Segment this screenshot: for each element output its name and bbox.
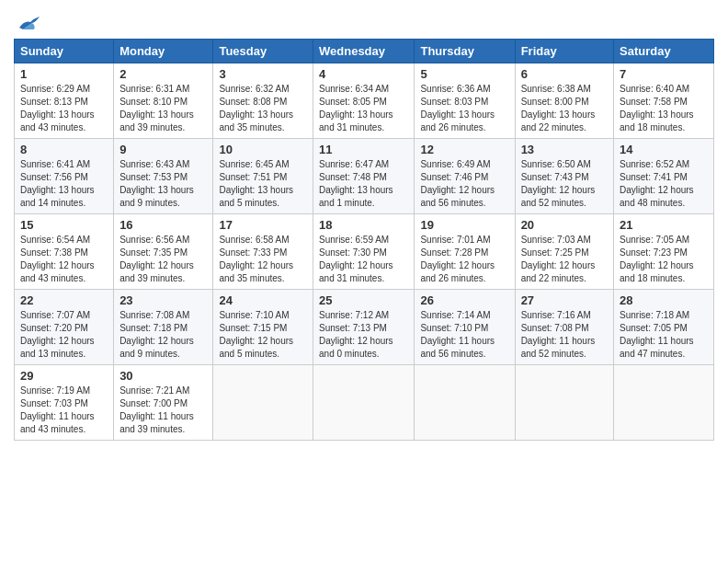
calendar-header-row: SundayMondayTuesdayWednesdayThursdayFrid… — [15, 40, 714, 63]
weekday-header-wednesday: Wednesday — [313, 40, 415, 63]
calendar-cell: 19Sunrise: 7:01 AM Sunset: 7:28 PM Dayli… — [415, 214, 515, 290]
calendar-cell: 18Sunrise: 6:59 AM Sunset: 7:30 PM Dayli… — [313, 214, 415, 290]
calendar-cell — [415, 365, 515, 441]
weekday-header-sunday: Sunday — [15, 40, 114, 63]
day-number: 13 — [521, 143, 608, 156]
day-info: Sunrise: 6:40 AM Sunset: 7:58 PM Dayligh… — [620, 83, 708, 134]
day-number: 10 — [219, 143, 307, 156]
day-info: Sunrise: 7:03 AM Sunset: 7:25 PM Dayligh… — [521, 234, 608, 285]
day-info: Sunrise: 7:19 AM Sunset: 7:03 PM Dayligh… — [20, 385, 108, 436]
day-number: 25 — [319, 293, 408, 307]
calendar-cell: 29Sunrise: 7:19 AM Sunset: 7:03 PM Dayli… — [15, 365, 114, 441]
day-number: 29 — [20, 369, 108, 383]
calendar-cell: 22Sunrise: 7:07 AM Sunset: 7:20 PM Dayli… — [15, 290, 114, 365]
day-number: 1 — [20, 67, 108, 81]
day-number: 2 — [119, 67, 207, 81]
calendar-cell: 17Sunrise: 6:58 AM Sunset: 7:33 PM Dayli… — [213, 214, 313, 290]
calendar-cell: 8Sunrise: 6:41 AM Sunset: 7:56 PM Daylig… — [15, 139, 114, 214]
day-info: Sunrise: 6:54 AM Sunset: 7:38 PM Dayligh… — [20, 234, 108, 285]
day-number: 21 — [620, 218, 708, 232]
calendar-cell: 7Sunrise: 6:40 AM Sunset: 7:58 PM Daylig… — [614, 63, 714, 139]
day-number: 30 — [119, 369, 207, 383]
day-number: 11 — [319, 143, 408, 156]
header — [14, 9, 714, 31]
day-number: 9 — [119, 143, 207, 156]
calendar-cell: 16Sunrise: 6:56 AM Sunset: 7:35 PM Dayli… — [114, 214, 213, 290]
calendar-cell: 2Sunrise: 6:31 AM Sunset: 8:10 PM Daylig… — [114, 63, 213, 139]
day-info: Sunrise: 6:59 AM Sunset: 7:30 PM Dayligh… — [319, 234, 408, 285]
calendar-cell — [313, 365, 415, 441]
calendar-cell: 15Sunrise: 6:54 AM Sunset: 7:38 PM Dayli… — [15, 214, 114, 290]
day-number: 14 — [620, 143, 708, 156]
day-number: 3 — [219, 67, 307, 81]
day-info: Sunrise: 6:41 AM Sunset: 7:56 PM Dayligh… — [20, 158, 108, 210]
day-number: 5 — [420, 67, 508, 81]
calendar-cell: 9Sunrise: 6:43 AM Sunset: 7:53 PM Daylig… — [114, 139, 213, 214]
calendar-cell: 10Sunrise: 6:45 AM Sunset: 7:51 PM Dayli… — [213, 139, 313, 214]
day-number: 28 — [620, 293, 708, 307]
weekday-header-friday: Friday — [515, 40, 613, 63]
day-info: Sunrise: 6:31 AM Sunset: 8:10 PM Dayligh… — [119, 83, 207, 134]
calendar-cell: 4Sunrise: 6:34 AM Sunset: 8:05 PM Daylig… — [313, 63, 415, 139]
calendar-table: SundayMondayTuesdayWednesdayThursdayFrid… — [14, 39, 714, 441]
day-info: Sunrise: 6:43 AM Sunset: 7:53 PM Dayligh… — [119, 158, 207, 210]
calendar-week-4: 22Sunrise: 7:07 AM Sunset: 7:20 PM Dayli… — [15, 290, 714, 365]
day-info: Sunrise: 7:10 AM Sunset: 7:15 PM Dayligh… — [219, 309, 307, 361]
weekday-header-monday: Monday — [114, 40, 213, 63]
day-number: 12 — [420, 143, 508, 156]
day-info: Sunrise: 7:01 AM Sunset: 7:28 PM Dayligh… — [420, 234, 508, 285]
day-number: 20 — [521, 218, 608, 232]
day-number: 26 — [420, 293, 508, 307]
day-info: Sunrise: 7:16 AM Sunset: 7:08 PM Dayligh… — [521, 309, 608, 361]
calendar-cell: 20Sunrise: 7:03 AM Sunset: 7:25 PM Dayli… — [515, 214, 613, 290]
day-info: Sunrise: 7:12 AM Sunset: 7:13 PM Dayligh… — [319, 309, 408, 361]
day-info: Sunrise: 6:34 AM Sunset: 8:05 PM Dayligh… — [319, 83, 408, 134]
day-number: 24 — [219, 293, 307, 307]
calendar-cell: 3Sunrise: 6:32 AM Sunset: 8:08 PM Daylig… — [213, 63, 313, 139]
day-number: 4 — [319, 67, 408, 81]
day-info: Sunrise: 7:21 AM Sunset: 7:00 PM Dayligh… — [119, 385, 207, 436]
calendar-cell: 30Sunrise: 7:21 AM Sunset: 7:00 PM Dayli… — [114, 365, 213, 441]
day-info: Sunrise: 7:07 AM Sunset: 7:20 PM Dayligh… — [20, 309, 108, 361]
day-info: Sunrise: 6:50 AM Sunset: 7:43 PM Dayligh… — [521, 158, 608, 210]
calendar-cell — [614, 365, 714, 441]
calendar-week-5: 29Sunrise: 7:19 AM Sunset: 7:03 PM Dayli… — [15, 365, 714, 441]
day-info: Sunrise: 6:52 AM Sunset: 7:41 PM Dayligh… — [620, 158, 708, 210]
day-number: 22 — [20, 293, 108, 307]
day-number: 16 — [119, 218, 207, 232]
day-number: 17 — [219, 218, 307, 232]
day-info: Sunrise: 6:36 AM Sunset: 8:03 PM Dayligh… — [420, 83, 508, 134]
calendar-cell: 13Sunrise: 6:50 AM Sunset: 7:43 PM Dayli… — [515, 139, 613, 214]
calendar-week-3: 15Sunrise: 6:54 AM Sunset: 7:38 PM Dayli… — [15, 214, 714, 290]
day-info: Sunrise: 6:29 AM Sunset: 8:13 PM Dayligh… — [20, 83, 108, 134]
calendar-cell: 27Sunrise: 7:16 AM Sunset: 7:08 PM Dayli… — [515, 290, 613, 365]
day-number: 27 — [521, 293, 608, 307]
calendar-cell: 21Sunrise: 7:05 AM Sunset: 7:23 PM Dayli… — [614, 214, 714, 290]
calendar-cell: 24Sunrise: 7:10 AM Sunset: 7:15 PM Dayli… — [213, 290, 313, 365]
weekday-header-saturday: Saturday — [614, 40, 714, 63]
calendar-cell — [515, 365, 613, 441]
day-number: 19 — [420, 218, 508, 232]
day-info: Sunrise: 6:38 AM Sunset: 8:00 PM Dayligh… — [521, 83, 608, 134]
calendar-cell — [213, 365, 313, 441]
day-number: 15 — [20, 218, 108, 232]
day-info: Sunrise: 7:05 AM Sunset: 7:23 PM Dayligh… — [620, 234, 708, 285]
day-info: Sunrise: 7:14 AM Sunset: 7:10 PM Dayligh… — [420, 309, 508, 361]
day-info: Sunrise: 6:49 AM Sunset: 7:46 PM Dayligh… — [420, 158, 508, 210]
day-info: Sunrise: 6:58 AM Sunset: 7:33 PM Dayligh… — [219, 234, 307, 285]
calendar-cell: 23Sunrise: 7:08 AM Sunset: 7:18 PM Dayli… — [114, 290, 213, 365]
day-info: Sunrise: 6:45 AM Sunset: 7:51 PM Dayligh… — [219, 158, 307, 210]
weekday-header-tuesday: Tuesday — [213, 40, 313, 63]
main-container: SundayMondayTuesdayWednesdayThursdayFrid… — [0, 0, 728, 450]
calendar-cell: 5Sunrise: 6:36 AM Sunset: 8:03 PM Daylig… — [415, 63, 515, 139]
calendar-cell: 25Sunrise: 7:12 AM Sunset: 7:13 PM Dayli… — [313, 290, 415, 365]
day-info: Sunrise: 7:08 AM Sunset: 7:18 PM Dayligh… — [119, 309, 207, 361]
day-info: Sunrise: 6:56 AM Sunset: 7:35 PM Dayligh… — [119, 234, 207, 285]
day-number: 7 — [620, 67, 708, 81]
calendar-cell: 26Sunrise: 7:14 AM Sunset: 7:10 PM Dayli… — [415, 290, 515, 365]
calendar-cell: 6Sunrise: 6:38 AM Sunset: 8:00 PM Daylig… — [515, 63, 613, 139]
calendar-cell: 14Sunrise: 6:52 AM Sunset: 7:41 PM Dayli… — [614, 139, 714, 214]
day-info: Sunrise: 6:47 AM Sunset: 7:48 PM Dayligh… — [319, 158, 408, 210]
calendar-cell: 11Sunrise: 6:47 AM Sunset: 7:48 PM Dayli… — [313, 139, 415, 214]
calendar-cell: 1Sunrise: 6:29 AM Sunset: 8:13 PM Daylig… — [15, 63, 114, 139]
